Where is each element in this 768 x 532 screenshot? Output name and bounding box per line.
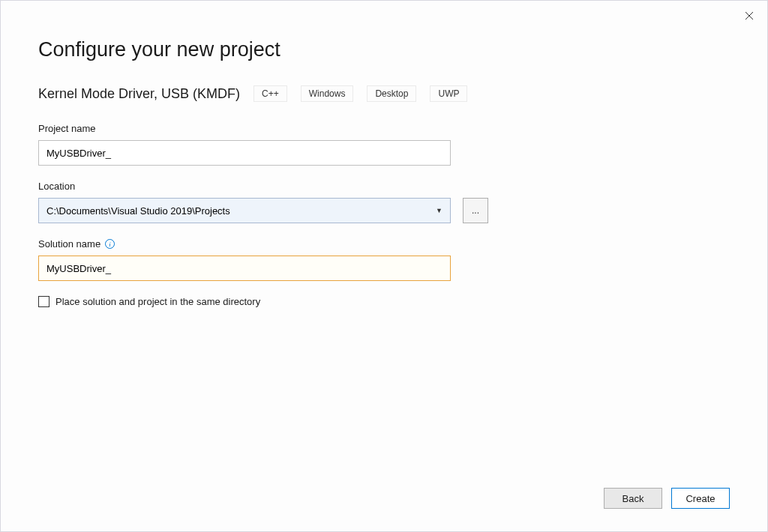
create-button[interactable]: Create (671, 488, 730, 509)
footer: Back Create (604, 488, 730, 509)
solution-name-group: Solution name i (38, 238, 730, 281)
location-group: Location C:\Documents\Visual Studio 2019… (38, 181, 730, 223)
chevron-down-icon: ▼ (436, 207, 442, 214)
project-name-group: Project name (38, 123, 730, 166)
tag-cpp: C++ (254, 85, 287, 102)
project-name-input[interactable] (38, 140, 451, 166)
tag-desktop: Desktop (367, 85, 416, 102)
template-name: Kernel Mode Driver, USB (KMDF) (38, 86, 240, 102)
browse-button[interactable]: ... (463, 198, 488, 223)
solution-name-label: Solution name i (38, 238, 730, 250)
same-directory-label: Place solution and project in the same d… (56, 296, 260, 307)
close-button[interactable] (742, 8, 757, 23)
project-name-label: Project name (38, 123, 730, 134)
solution-name-input[interactable] (38, 256, 451, 281)
same-directory-row: Place solution and project in the same d… (38, 296, 730, 307)
same-directory-checkbox[interactable] (38, 296, 50, 307)
tag-windows: Windows (301, 85, 354, 102)
tag-uwp: UWP (430, 85, 467, 102)
template-row: Kernel Mode Driver, USB (KMDF) C++ Windo… (38, 85, 730, 102)
dialog-content: Configure your new project Kernel Mode D… (1, 1, 767, 307)
back-button[interactable]: Back (604, 488, 662, 509)
solution-name-label-text: Solution name (38, 238, 100, 250)
page-title: Configure your new project (38, 38, 730, 61)
location-label: Location (38, 181, 730, 192)
info-icon[interactable]: i (105, 239, 115, 249)
location-combo[interactable]: C:\Documents\Visual Studio 2019\Projects… (38, 198, 451, 223)
location-value: C:\Documents\Visual Studio 2019\Projects (46, 205, 436, 217)
location-row: C:\Documents\Visual Studio 2019\Projects… (38, 198, 730, 223)
